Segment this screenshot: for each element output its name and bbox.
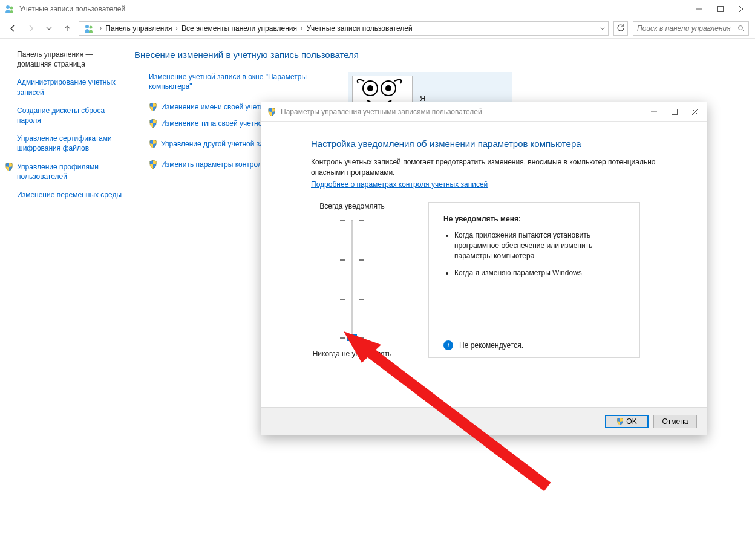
nav-up-button[interactable] — [60, 22, 74, 35]
user-name: Я — [420, 76, 425, 103]
svg-point-6 — [739, 25, 743, 30]
dialog-titlebar: Параметры управления учетными записями п… — [261, 102, 707, 122]
refresh-button[interactable] — [613, 21, 628, 36]
sidebar-link[interactable]: Управление сертификатами шифрования файл… — [17, 134, 126, 153]
cancel-button-label: Отмена — [662, 417, 688, 426]
sidebar: Панель управления — домашняя страница Ад… — [0, 39, 132, 560]
info-note-text: Не рекомендуется. — [459, 341, 523, 350]
page-title: Внесение изменений в учетную запись поль… — [134, 50, 743, 60]
sidebar-link[interactable]: Администрирование учетных записей — [17, 77, 126, 97]
svg-rect-13 — [672, 109, 678, 114]
shield-icon — [5, 163, 13, 171]
dialog-title: Параметры управления учетными записями п… — [281, 108, 650, 116]
titlebar: Учетные записи пользователей — [0, 0, 755, 18]
search-input[interactable] — [637, 24, 737, 33]
dialog-maximize-button[interactable] — [670, 108, 679, 116]
sidebar-home-link[interactable]: Панель управления — домашняя страница — [17, 50, 126, 69]
sidebar-link-label: Изменение переменных среды — [17, 190, 122, 199]
search-icon — [737, 25, 745, 32]
nav-history-dropdown[interactable] — [42, 22, 56, 35]
dialog-help-link[interactable]: Подробнее о параметрах контроля учетных … — [311, 180, 488, 189]
sidebar-link-label: Администрирование учетных записей — [17, 78, 116, 96]
close-button[interactable] — [738, 5, 747, 13]
address-icon — [84, 24, 94, 33]
breadcrumb-item[interactable]: Панель управления — [105, 24, 172, 33]
svg-rect-3 — [718, 7, 724, 12]
breadcrumb: Панель управления › Все элементы панели … — [105, 24, 596, 33]
dialog-close-button[interactable] — [691, 108, 699, 116]
shield-icon — [149, 140, 157, 148]
address-dropdown[interactable] — [600, 25, 606, 31]
info-panel-item: Когда приложения пытаются установить про… — [454, 230, 627, 262]
uac-info-panel: Не уведомлять меня: Когда приложения пыт… — [428, 202, 640, 358]
svg-point-11 — [385, 85, 391, 91]
dialog-minimize-button[interactable] — [650, 108, 658, 116]
ok-button-label: OK — [626, 417, 636, 426]
minimize-button[interactable] — [695, 5, 703, 13]
dialog-description: Контроль учетных записей помогает предот… — [311, 157, 676, 178]
sidebar-link-label: Управление сертификатами шифрования файл… — [17, 134, 112, 152]
slider-label-bottom: Никогда не уведомлять — [311, 350, 393, 358]
slider-handle[interactable] — [347, 334, 357, 341]
svg-line-7 — [742, 30, 744, 31]
info-panel-title: Не уведомлять меня: — [443, 215, 627, 223]
content-link[interactable]: Изменение учетной записи в окне "Парамет… — [149, 72, 330, 91]
sidebar-link[interactable]: Создание дискеты сброса пароля — [17, 106, 126, 125]
shield-icon — [149, 119, 157, 128]
info-icon: i — [443, 340, 453, 350]
uac-dialog: Параметры управления учетными записями п… — [261, 102, 707, 435]
ok-button[interactable]: OK — [605, 415, 649, 428]
breadcrumb-item[interactable]: Все элементы панели управления — [181, 24, 297, 33]
slider-label-top: Всегда уведомлять — [311, 202, 393, 210]
sidebar-link[interactable]: Изменение переменных среды — [17, 190, 126, 200]
app-icon — [5, 4, 15, 14]
breadcrumb-item[interactable]: Учетные записи пользователей — [306, 24, 412, 33]
search-box[interactable] — [633, 21, 749, 36]
cancel-button[interactable]: Отмена — [653, 415, 697, 428]
sidebar-link[interactable]: Управление профилями пользователей — [17, 162, 126, 181]
content-link-label: Изменение учетной записи в окне "Парамет… — [149, 72, 330, 91]
shield-icon — [149, 103, 157, 111]
address-bar[interactable]: › Панель управления › Все элементы панел… — [79, 21, 609, 36]
nav-back-button[interactable] — [6, 22, 19, 35]
dialog-heading: Настройка уведомления об изменении парам… — [311, 138, 676, 149]
shield-icon — [616, 418, 624, 425]
maximize-button[interactable] — [716, 5, 725, 13]
navbar: › Панель управления › Все элементы панел… — [0, 18, 755, 39]
svg-point-10 — [367, 85, 373, 91]
window-title: Учетные записи пользователей — [19, 5, 695, 13]
uac-slider[interactable] — [340, 217, 364, 343]
sidebar-link-label: Управление профилями пользователей — [17, 163, 99, 181]
shield-icon — [267, 108, 276, 116]
sidebar-link-label: Создание дискеты сброса пароля — [17, 106, 105, 125]
dialog-footer: OK Отмена — [261, 407, 707, 435]
shield-icon — [149, 160, 157, 169]
info-panel-item: Когда я изменяю параметры Windows — [454, 268, 627, 278]
nav-forward-button[interactable] — [24, 22, 38, 35]
